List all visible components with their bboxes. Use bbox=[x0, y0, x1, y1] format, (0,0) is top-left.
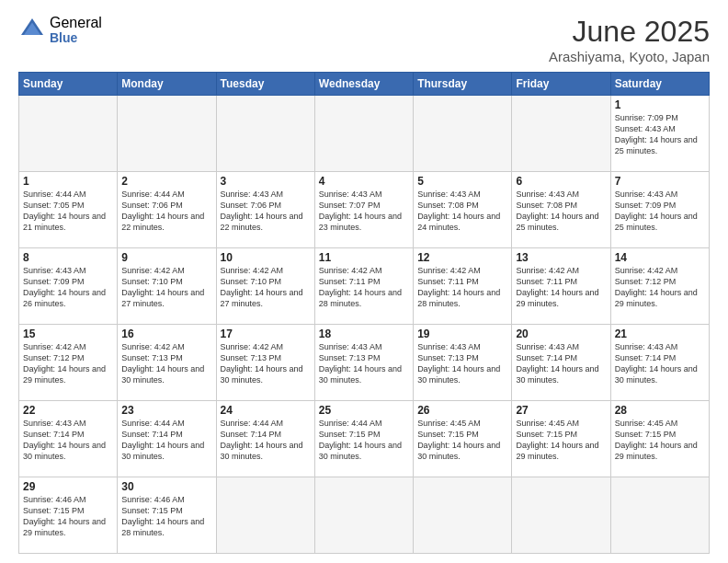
week-row-1: 1 Sunrise: 4:44 AMSunset: 7:05 PMDayligh… bbox=[19, 172, 710, 248]
calendar-cell: 18 Sunrise: 4:43 AMSunset: 7:13 PMDaylig… bbox=[314, 325, 413, 401]
day-header-thursday: Thursday bbox=[414, 73, 512, 96]
calendar-cell: 22 Sunrise: 4:43 AMSunset: 7:14 PMDaylig… bbox=[19, 401, 118, 477]
week-row-3: 15 Sunrise: 4:42 AMSunset: 7:12 PMDaylig… bbox=[19, 325, 710, 401]
calendar-cell: 12 Sunrise: 4:42 AMSunset: 7:11 PMDaylig… bbox=[414, 248, 512, 325]
calendar-cell bbox=[216, 96, 314, 172]
calendar-cell: 25 Sunrise: 4:44 AMSunset: 7:15 PMDaylig… bbox=[314, 401, 413, 477]
calendar-cell bbox=[19, 96, 118, 172]
day-number: 9 bbox=[121, 251, 211, 264]
calendar-cell bbox=[314, 96, 413, 172]
week-row-4: 22 Sunrise: 4:43 AMSunset: 7:14 PMDaylig… bbox=[19, 401, 710, 477]
logo: General Blue bbox=[18, 15, 102, 45]
cell-info: Sunrise: 4:42 AMSunset: 7:13 PMDaylight:… bbox=[221, 342, 303, 385]
cell-info: Sunrise: 4:43 AMSunset: 7:13 PMDaylight:… bbox=[319, 342, 402, 385]
day-number: 15 bbox=[23, 327, 113, 340]
day-header-wednesday: Wednesday bbox=[314, 73, 413, 96]
day-number: 14 bbox=[615, 251, 705, 264]
calendar-cell: 26 Sunrise: 4:45 AMSunset: 7:15 PMDaylig… bbox=[414, 401, 512, 477]
day-number: 29 bbox=[23, 480, 113, 493]
calendar-cell: 11 Sunrise: 4:42 AMSunset: 7:11 PMDaylig… bbox=[314, 248, 413, 325]
calendar-cell: 1 Sunrise: 7:09 PMSunset: 4:43 AMDayligh… bbox=[610, 96, 709, 172]
day-header-monday: Monday bbox=[118, 73, 216, 96]
day-number: 6 bbox=[516, 175, 606, 188]
day-number: 3 bbox=[221, 175, 311, 188]
day-number: 19 bbox=[417, 327, 507, 340]
cell-info: Sunrise: 4:43 AMSunset: 7:07 PMDaylight:… bbox=[319, 190, 402, 232]
calendar-cell: 9 Sunrise: 4:42 AMSunset: 7:10 PMDayligh… bbox=[118, 248, 216, 325]
calendar-cell bbox=[414, 477, 512, 554]
cell-info: Sunrise: 4:43 AMSunset: 7:08 PMDaylight:… bbox=[417, 190, 500, 232]
day-number: 26 bbox=[417, 404, 507, 417]
calendar-cell: 24 Sunrise: 4:44 AMSunset: 7:14 PMDaylig… bbox=[216, 401, 314, 477]
day-number: 4 bbox=[319, 175, 409, 188]
day-number: 21 bbox=[615, 327, 705, 340]
cell-info: Sunrise: 4:45 AMSunset: 7:15 PMDaylight:… bbox=[615, 419, 698, 461]
calendar-cell: 30 Sunrise: 4:46 AMSunset: 7:15 PMDaylig… bbox=[118, 477, 216, 554]
calendar-cell bbox=[512, 477, 610, 554]
calendar-cell: 10 Sunrise: 4:42 AMSunset: 7:10 PMDaylig… bbox=[216, 248, 314, 325]
page: General Blue June 2025 Arashiyama, Kyoto… bbox=[0, 0, 728, 563]
cell-info: Sunrise: 4:44 AMSunset: 7:14 PMDaylight:… bbox=[221, 419, 303, 461]
day-number: 10 bbox=[221, 251, 311, 264]
day-number: 11 bbox=[319, 251, 409, 264]
day-number: 27 bbox=[516, 404, 606, 417]
calendar-cell bbox=[118, 96, 216, 172]
cell-info: Sunrise: 4:44 AMSunset: 7:14 PMDaylight:… bbox=[121, 419, 204, 461]
calendar-cell: 8 Sunrise: 4:43 AMSunset: 7:09 PMDayligh… bbox=[19, 248, 118, 325]
cell-info: Sunrise: 4:42 AMSunset: 7:10 PMDaylight:… bbox=[221, 266, 303, 308]
calendar-cell: 20 Sunrise: 4:43 AMSunset: 7:14 PMDaylig… bbox=[512, 325, 610, 401]
cell-info: Sunrise: 4:44 AMSunset: 7:06 PMDaylight:… bbox=[121, 190, 204, 232]
calendar-table: SundayMondayTuesdayWednesdayThursdayFrid… bbox=[18, 72, 710, 554]
calendar-cell: 5 Sunrise: 4:43 AMSunset: 7:08 PMDayligh… bbox=[414, 172, 512, 248]
cell-info: Sunrise: 4:42 AMSunset: 7:12 PMDaylight:… bbox=[23, 342, 106, 385]
calendar-cell bbox=[314, 477, 413, 554]
logo-text: General Blue bbox=[50, 15, 102, 45]
calendar-cell: 29 Sunrise: 4:46 AMSunset: 7:15 PMDaylig… bbox=[19, 477, 118, 554]
day-number: 24 bbox=[221, 404, 311, 417]
day-number: 7 bbox=[615, 175, 705, 188]
week-row-5: 29 Sunrise: 4:46 AMSunset: 7:15 PMDaylig… bbox=[19, 477, 710, 554]
day-number: 13 bbox=[516, 251, 606, 264]
cell-info: Sunrise: 7:09 PMSunset: 4:43 AMDaylight:… bbox=[615, 113, 698, 155]
cell-info: Sunrise: 4:42 AMSunset: 7:11 PMDaylight:… bbox=[417, 266, 500, 308]
cell-info: Sunrise: 4:43 AMSunset: 7:14 PMDaylight:… bbox=[615, 342, 698, 385]
day-number: 25 bbox=[319, 404, 409, 417]
week-row-2: 8 Sunrise: 4:43 AMSunset: 7:09 PMDayligh… bbox=[19, 248, 710, 325]
calendar-cell: 19 Sunrise: 4:43 AMSunset: 7:13 PMDaylig… bbox=[414, 325, 512, 401]
calendar-cell bbox=[216, 477, 314, 554]
days-header-row: SundayMondayTuesdayWednesdayThursdayFrid… bbox=[19, 73, 710, 96]
calendar-cell: 23 Sunrise: 4:44 AMSunset: 7:14 PMDaylig… bbox=[118, 401, 216, 477]
calendar-cell: 6 Sunrise: 4:43 AMSunset: 7:08 PMDayligh… bbox=[512, 172, 610, 248]
cell-info: Sunrise: 4:43 AMSunset: 7:06 PMDaylight:… bbox=[221, 190, 303, 232]
day-number: 20 bbox=[516, 327, 606, 340]
main-title: June 2025 bbox=[549, 15, 710, 49]
logo-icon bbox=[18, 16, 46, 43]
calendar-cell: 2 Sunrise: 4:44 AMSunset: 7:06 PMDayligh… bbox=[118, 172, 216, 248]
subtitle: Arashiyama, Kyoto, Japan bbox=[549, 49, 710, 64]
calendar-cell: 15 Sunrise: 4:42 AMSunset: 7:12 PMDaylig… bbox=[19, 325, 118, 401]
calendar-cell: 13 Sunrise: 4:42 AMSunset: 7:11 PMDaylig… bbox=[512, 248, 610, 325]
day-number: 5 bbox=[417, 175, 507, 188]
cell-info: Sunrise: 4:46 AMSunset: 7:15 PMDaylight:… bbox=[23, 495, 106, 537]
cell-info: Sunrise: 4:42 AMSunset: 7:12 PMDaylight:… bbox=[615, 266, 698, 308]
calendar-cell bbox=[512, 96, 610, 172]
cell-info: Sunrise: 4:43 AMSunset: 7:14 PMDaylight:… bbox=[516, 342, 598, 385]
calendar-cell bbox=[610, 477, 709, 554]
day-number: 18 bbox=[319, 327, 409, 340]
cell-info: Sunrise: 4:44 AMSunset: 7:05 PMDaylight:… bbox=[23, 190, 106, 232]
header: General Blue June 2025 Arashiyama, Kyoto… bbox=[18, 15, 710, 64]
cell-info: Sunrise: 4:44 AMSunset: 7:15 PMDaylight:… bbox=[319, 419, 402, 461]
day-header-sunday: Sunday bbox=[19, 73, 118, 96]
cell-info: Sunrise: 4:45 AMSunset: 7:15 PMDaylight:… bbox=[417, 419, 500, 461]
calendar-cell: 4 Sunrise: 4:43 AMSunset: 7:07 PMDayligh… bbox=[314, 172, 413, 248]
title-block: June 2025 Arashiyama, Kyoto, Japan bbox=[549, 15, 710, 64]
day-number: 16 bbox=[121, 327, 211, 340]
logo-general: General bbox=[50, 15, 102, 31]
day-number: 1 bbox=[615, 98, 705, 111]
cell-info: Sunrise: 4:42 AMSunset: 7:11 PMDaylight:… bbox=[319, 266, 402, 308]
calendar-cell: 16 Sunrise: 4:42 AMSunset: 7:13 PMDaylig… bbox=[118, 325, 216, 401]
cell-info: Sunrise: 4:46 AMSunset: 7:15 PMDaylight:… bbox=[121, 495, 204, 537]
cell-info: Sunrise: 4:43 AMSunset: 7:09 PMDaylight:… bbox=[615, 190, 698, 232]
calendar-cell: 1 Sunrise: 4:44 AMSunset: 7:05 PMDayligh… bbox=[19, 172, 118, 248]
cell-info: Sunrise: 4:42 AMSunset: 7:10 PMDaylight:… bbox=[121, 266, 204, 308]
